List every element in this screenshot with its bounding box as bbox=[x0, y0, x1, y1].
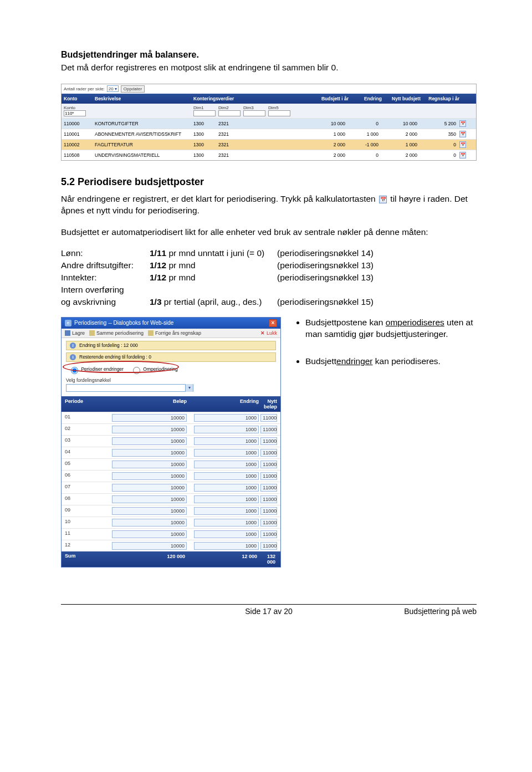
cell-belop[interactable]: 10000 bbox=[112, 414, 187, 422]
cell-endring[interactable]: 1000 bbox=[194, 437, 259, 445]
radio-omperiodisering[interactable]: Omperiodisering bbox=[130, 365, 178, 374]
col-budsjett: Budsjett i år bbox=[304, 96, 349, 101]
col-beskrivelse: Beskrivelse bbox=[95, 96, 193, 101]
cell-periode: 05 bbox=[65, 461, 104, 468]
cell-endring[interactable]: 1000 bbox=[194, 542, 259, 550]
samme-periodisering-button[interactable]: Samme periodisering bbox=[89, 330, 144, 336]
period-row: 0610000100011000 bbox=[62, 470, 280, 482]
cell-periode: 12 bbox=[65, 542, 104, 550]
radio-periodiser[interactable]: Periodiser endringer bbox=[68, 365, 124, 374]
chevron-down-icon: ▾ bbox=[185, 384, 193, 392]
cell-nytt-belop[interactable]: 11000 bbox=[260, 519, 277, 526]
cell-endring[interactable]: 1000 bbox=[194, 461, 259, 468]
col-nytt-belop: Nytt beløp bbox=[259, 398, 277, 410]
key-intern-label2: og avskrivning bbox=[61, 297, 150, 307]
cell-belop[interactable]: 10000 bbox=[112, 437, 187, 445]
filter-dim1-input[interactable] bbox=[193, 110, 216, 116]
cell-belop[interactable]: 10000 bbox=[112, 426, 187, 433]
key-drift-note: (periodiseringsnøkkel 13) bbox=[277, 260, 477, 270]
footer-left bbox=[61, 607, 200, 616]
col-regnskap: Regnskap i år bbox=[421, 96, 459, 101]
cell-beskrivelse: ABONNEMENTER AVISER/TIDSSKRIFT bbox=[95, 131, 193, 137]
cell-konto: 110508 bbox=[64, 152, 95, 158]
sum-endring: 12 000 bbox=[194, 553, 259, 565]
cell-nytt-belop[interactable]: 11000 bbox=[260, 484, 277, 492]
cell-nytt-belop[interactable]: 11000 bbox=[260, 437, 277, 445]
cell-belop[interactable]: 10000 bbox=[112, 530, 187, 538]
heading-balance: Budsjettendringer må balansere. bbox=[61, 50, 477, 60]
col-endring: Endring bbox=[349, 96, 382, 101]
filter-konto-input[interactable] bbox=[64, 110, 86, 116]
cell-nytt-belop[interactable]: 11000 bbox=[260, 530, 277, 538]
cell-nytt-belop[interactable]: 11000 bbox=[260, 426, 277, 433]
cell-dim2: 2321 bbox=[218, 152, 243, 158]
period-row: 1210000100011000 bbox=[62, 540, 280, 551]
cell-belop[interactable]: 10000 bbox=[112, 495, 187, 503]
cell-belop[interactable]: 10000 bbox=[112, 542, 187, 550]
cell-nytt-belop[interactable]: 11000 bbox=[260, 461, 277, 468]
cell-belop[interactable]: 10000 bbox=[112, 519, 187, 526]
key-intern-label1: Intern overføring bbox=[61, 285, 150, 295]
select-fordelingsnokkel[interactable]: ▾ bbox=[66, 384, 193, 392]
lukk-button[interactable]: ✕ Lukk bbox=[260, 330, 277, 336]
cell-endring[interactable]: 1000 bbox=[194, 519, 259, 526]
cell-endring: -1 000 bbox=[349, 142, 382, 147]
periodiser-icon[interactable]: 📅 bbox=[459, 131, 466, 137]
cell-nytt-belop[interactable]: 11000 bbox=[260, 414, 277, 422]
cell-belop[interactable]: 10000 bbox=[112, 484, 187, 492]
cell-nytt-belop[interactable]: 11000 bbox=[260, 495, 277, 503]
cell-nytt-belop[interactable]: 11000 bbox=[260, 472, 277, 480]
radio-omperiodisering-input[interactable] bbox=[133, 367, 140, 374]
cell-endring[interactable]: 1000 bbox=[194, 414, 259, 422]
col-endring: Endring bbox=[187, 398, 259, 410]
cell-belop[interactable]: 10000 bbox=[112, 507, 187, 515]
cell-dim1: 1300 bbox=[193, 152, 218, 158]
cell-budsjett: 2 000 bbox=[304, 142, 349, 147]
close-button[interactable]: × bbox=[269, 319, 277, 327]
cell-nytt-belop[interactable]: 11000 bbox=[260, 449, 277, 457]
cell-nytt-belop[interactable]: 11000 bbox=[260, 542, 277, 550]
cell-endring[interactable]: 1000 bbox=[194, 495, 259, 503]
radio-periodiser-label: Periodiser endringer bbox=[81, 366, 124, 372]
sum-label: Sum bbox=[65, 553, 104, 565]
bullet2-b: endringer bbox=[336, 356, 373, 366]
cell-endring[interactable]: 1000 bbox=[194, 530, 259, 538]
lagre-button[interactable]: Lagre bbox=[65, 330, 85, 336]
cell-belop[interactable]: 10000 bbox=[112, 461, 187, 468]
rows-per-side-select[interactable]: 20 ▾ bbox=[107, 85, 119, 92]
cell-endring[interactable]: 1000 bbox=[194, 472, 259, 480]
filter-dim1-label: Dim1 bbox=[193, 105, 218, 110]
filter-dim3-input[interactable] bbox=[243, 110, 265, 116]
cell-endring[interactable]: 1000 bbox=[194, 426, 259, 433]
cell-regnskap: 0 bbox=[421, 142, 459, 147]
periodiser-icon[interactable]: 📅 bbox=[459, 120, 466, 127]
bullet2-c: kan periodiseres. bbox=[373, 356, 441, 366]
radio-periodiser-input[interactable] bbox=[71, 367, 78, 374]
document-icon bbox=[89, 330, 95, 336]
cell-periode: 10 bbox=[65, 519, 104, 526]
samme-label: Samme periodisering bbox=[96, 330, 144, 336]
oppdater-button[interactable]: Oppdater bbox=[121, 85, 145, 93]
periodisering-dialog: e Periodisering -- Dialogboks for Web-si… bbox=[61, 317, 281, 568]
cell-periode: 02 bbox=[65, 426, 104, 433]
cell-konto: 110001 bbox=[64, 131, 95, 137]
periodiser-icon[interactable]: 📅 bbox=[459, 141, 466, 148]
cell-endring[interactable]: 1000 bbox=[194, 449, 259, 457]
forrige-regnskap-button[interactable]: Forrige års regnskap bbox=[148, 330, 201, 336]
cell-belop[interactable]: 10000 bbox=[112, 472, 187, 480]
info-icon: i bbox=[70, 354, 76, 360]
filter-dim2-input[interactable] bbox=[218, 110, 241, 116]
cell-periode: 09 bbox=[65, 507, 104, 515]
cell-endring[interactable]: 1000 bbox=[194, 507, 259, 515]
key-innt-rate: 1/12 bbox=[150, 273, 166, 282]
col-konto: Konto bbox=[64, 96, 95, 101]
periodiser-icon[interactable]: 📅 bbox=[459, 152, 466, 159]
cell-nytt-belop[interactable]: 11000 bbox=[260, 507, 277, 515]
cell-endring[interactable]: 1000 bbox=[194, 484, 259, 492]
table-row: 110000KONTORUTGIFTER1300232110 000010 00… bbox=[62, 118, 476, 129]
period-row: 1010000100011000 bbox=[62, 517, 280, 528]
dialog-title: Periodisering -- Dialogboks for Web-side bbox=[74, 320, 173, 326]
filter-dim5-input[interactable] bbox=[268, 110, 290, 116]
cell-endring: 1 000 bbox=[349, 131, 382, 137]
cell-belop[interactable]: 10000 bbox=[112, 449, 187, 457]
